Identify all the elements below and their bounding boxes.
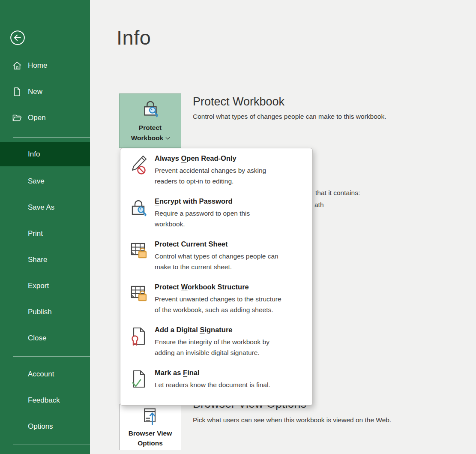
new-document-icon bbox=[12, 87, 22, 97]
sidebar-item-label: Info bbox=[28, 150, 40, 158]
menu-item-description: Let readers know the document is final. bbox=[155, 379, 270, 390]
browser-tile-label-line2: Options bbox=[120, 438, 181, 448]
inspect-workbook-text-fragment: ath bbox=[314, 201, 324, 209]
menu-item-protect-current-sheet[interactable]: Protect Current Sheet Control what types… bbox=[129, 240, 305, 272]
menu-item-title: Protect Current Sheet bbox=[155, 240, 278, 248]
sidebar-item-label: Options bbox=[28, 422, 53, 430]
menu-item-description: Prevent unwanted changes to the structur… bbox=[155, 294, 281, 315]
back-button[interactable] bbox=[9, 29, 26, 46]
menu-item-description: Prevent accidental changes by asking rea… bbox=[155, 165, 266, 186]
browser-tile-label-line1: Browser View bbox=[120, 428, 181, 438]
page-title: Info bbox=[117, 26, 151, 49]
protect-workbook-description: Control what types of changes people can… bbox=[193, 113, 386, 120]
sidebar-item-open[interactable]: Open bbox=[0, 110, 90, 126]
document-check-icon bbox=[129, 369, 150, 390]
protect-workbook-button[interactable]: Protect Workbook bbox=[119, 93, 181, 148]
menu-item-description: Require a password to open this workbook… bbox=[155, 208, 250, 229]
sidebar-item-label: Publish bbox=[28, 308, 52, 316]
sidebar-item-label: Save bbox=[28, 177, 45, 185]
document-ribbon-icon bbox=[129, 326, 150, 347]
sidebar-item-share[interactable]: Share bbox=[0, 248, 90, 271]
sidebar-item-options[interactable]: Options bbox=[0, 415, 90, 438]
menu-item-title: Protect Workbook Structure bbox=[155, 283, 281, 291]
browser-view-up-arrow-icon bbox=[141, 407, 160, 426]
menu-item-encrypt-with-password[interactable]: Encrypt with Password Require a password… bbox=[129, 197, 305, 229]
inspect-workbook-text-fragment: that it contains: bbox=[315, 189, 360, 197]
sidebar-item-home[interactable]: Home bbox=[0, 57, 90, 74]
sidebar-divider bbox=[13, 356, 90, 357]
sheet-lock-icon bbox=[129, 283, 150, 304]
sidebar-item-label: Feedback bbox=[28, 396, 60, 404]
sidebar-item-print[interactable]: Print bbox=[0, 222, 90, 245]
menu-item-add-digital-signature[interactable]: Add a Digital Signature Ensure the integ… bbox=[129, 326, 305, 358]
menu-item-description: Ensure the integrity of the workbook by … bbox=[155, 337, 269, 358]
sheet-lock-icon bbox=[129, 240, 150, 262]
open-folder-icon bbox=[12, 113, 22, 123]
sidebar-item-label: Export bbox=[28, 282, 49, 290]
menu-item-title: Mark as Final bbox=[155, 369, 270, 377]
browser-view-options-description: Pick what users can see when this workbo… bbox=[193, 416, 391, 424]
sidebar-item-label: Home bbox=[28, 61, 47, 70]
protect-tile-label-line2: Workbook bbox=[131, 134, 164, 141]
sidebar-item-publish[interactable]: Publish bbox=[0, 300, 90, 324]
menu-item-description: Control what types of changes people can… bbox=[155, 251, 278, 272]
sidebar-item-label: Share bbox=[28, 256, 47, 264]
sidebar-item-close[interactable]: Close bbox=[0, 326, 90, 350]
back-arrow-icon bbox=[9, 29, 26, 46]
menu-item-title: Add a Digital Signature bbox=[155, 326, 269, 334]
sidebar-divider bbox=[13, 137, 90, 138]
sidebar-item-label: Save As bbox=[28, 203, 54, 211]
sidebar-divider bbox=[13, 445, 90, 445]
sidebar: Home New Open Info Save Save As bbox=[0, 0, 90, 454]
sidebar-item-label: Account bbox=[28, 370, 54, 378]
menu-item-always-open-read-only[interactable]: Always Open Read-Only Prevent accidental… bbox=[129, 154, 305, 186]
lock-key-icon bbox=[129, 197, 150, 219]
browser-view-options-button[interactable]: Browser View Options bbox=[119, 404, 181, 450]
sidebar-item-save-as[interactable]: Save As bbox=[0, 195, 90, 219]
menu-item-title: Encrypt with Password bbox=[155, 197, 250, 205]
sidebar-item-info[interactable]: Info bbox=[0, 142, 90, 166]
backstage-view: Home New Open Info Save Save As bbox=[0, 0, 476, 454]
chevron-down-icon bbox=[166, 135, 170, 140]
protect-workbook-heading: Protect Workbook bbox=[193, 95, 284, 108]
protect-tile-label-line1: Protect bbox=[120, 123, 181, 133]
sidebar-item-feedback[interactable]: Feedback bbox=[0, 388, 90, 412]
lock-key-icon bbox=[141, 99, 160, 119]
sidebar-item-new[interactable]: New bbox=[0, 84, 90, 100]
sidebar-item-label: New bbox=[28, 87, 42, 96]
pencil-block-icon bbox=[129, 154, 150, 176]
sidebar-item-label: Open bbox=[28, 114, 46, 122]
menu-item-title: Always Open Read-Only bbox=[155, 154, 266, 162]
menu-item-protect-workbook-structure[interactable]: Protect Workbook Structure Prevent unwan… bbox=[129, 283, 305, 315]
sidebar-item-account[interactable]: Account bbox=[0, 362, 90, 386]
protect-workbook-dropdown-menu: Always Open Read-Only Prevent accidental… bbox=[120, 148, 313, 406]
sidebar-item-label: Close bbox=[28, 334, 46, 342]
home-icon bbox=[12, 60, 22, 71]
sidebar-item-export[interactable]: Export bbox=[0, 274, 90, 298]
sidebar-item-save[interactable]: Save bbox=[0, 169, 90, 193]
sidebar-item-label: Print bbox=[28, 229, 43, 238]
menu-item-mark-as-final[interactable]: Mark as Final Let readers know the docum… bbox=[129, 369, 305, 390]
